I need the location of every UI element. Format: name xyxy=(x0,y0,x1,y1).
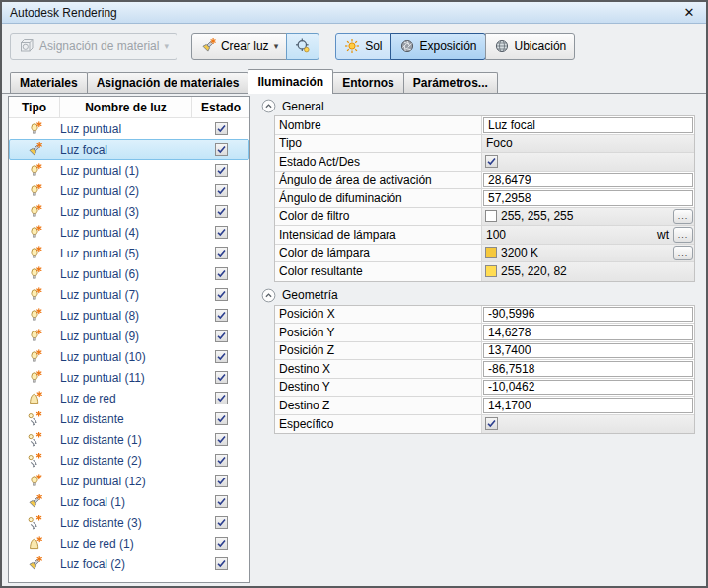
state-checkbox[interactable] xyxy=(215,557,228,570)
property-value-cell[interactable]: -86,7518 xyxy=(482,360,694,378)
property-value-cell[interactable]: 14,1700 xyxy=(482,397,694,414)
state-checkbox[interactable] xyxy=(215,247,228,259)
tab-entornos[interactable]: Entornos xyxy=(332,72,404,93)
state-checkbox[interactable] xyxy=(215,205,228,218)
tab-materiales[interactable]: Materiales xyxy=(10,72,88,93)
light-name[interactable]: Luz puntual (2) xyxy=(60,184,192,198)
light-row[interactable]: Luz puntual (7) xyxy=(9,284,249,305)
column-header-nombre[interactable]: Nombre de luz xyxy=(60,97,192,117)
light-row[interactable]: Luz puntual (8) xyxy=(9,305,249,326)
color-swatch[interactable] xyxy=(485,210,497,222)
ellipsis-button[interactable]: ... xyxy=(673,209,693,225)
light-row[interactable]: Luz puntual (9) xyxy=(9,326,249,346)
light-name[interactable]: Luz puntual (10) xyxy=(60,350,192,364)
color-swatch[interactable] xyxy=(485,247,497,258)
light-row[interactable]: Luz puntual (10) xyxy=(9,346,249,367)
collapse-button[interactable] xyxy=(261,99,276,113)
state-checkbox[interactable] xyxy=(215,392,228,404)
point-target-button[interactable] xyxy=(286,33,319,60)
sun-button[interactable]: Sol xyxy=(335,33,390,60)
state-checkbox[interactable] xyxy=(215,412,228,425)
column-header-tipo[interactable]: Tipo xyxy=(9,97,60,117)
light-row[interactable]: Luz distante (3) xyxy=(9,512,249,533)
property-value-cell[interactable]: -90,5996 xyxy=(482,306,694,324)
state-checkbox[interactable] xyxy=(215,226,228,239)
property-value-cell[interactable]: Luz focal xyxy=(482,116,694,134)
state-checkbox[interactable] xyxy=(215,454,228,467)
property-value-cell[interactable]: 13,7400 xyxy=(482,342,694,360)
property-value-cell[interactable]: 57,2958 xyxy=(482,189,694,207)
state-checkbox[interactable] xyxy=(215,433,228,446)
light-name[interactable]: Luz puntual (1) xyxy=(60,164,192,178)
light-row[interactable]: Luz distante xyxy=(9,408,249,429)
tab-parametros[interactable]: Parámetros... xyxy=(403,72,498,93)
light-name[interactable]: Luz focal (2) xyxy=(60,557,192,571)
property-checkbox[interactable] xyxy=(485,155,498,168)
light-name[interactable]: Luz distante xyxy=(60,412,192,426)
close-button[interactable]: ✕ xyxy=(680,5,698,20)
section-header[interactable]: General xyxy=(261,98,699,114)
light-name[interactable]: Luz distante (3) xyxy=(60,516,192,530)
title-bar[interactable]: Autodesk Rendering ✕ xyxy=(2,2,706,24)
light-row[interactable]: Luz focal xyxy=(9,139,249,160)
light-row[interactable]: Luz distante (1) xyxy=(9,429,249,450)
light-name[interactable]: Luz puntual (6) xyxy=(60,267,192,281)
light-row[interactable]: Luz puntual (5) xyxy=(9,243,249,263)
ellipsis-button[interactable]: ... xyxy=(673,227,693,243)
light-row[interactable]: Luz puntual (1) xyxy=(9,160,249,181)
state-checkbox[interactable] xyxy=(215,371,228,384)
property-value-cell[interactable]: 28,6479 xyxy=(482,172,694,189)
state-checkbox[interactable] xyxy=(215,475,228,487)
state-checkbox[interactable] xyxy=(215,164,228,177)
light-row[interactable]: Luz puntual (3) xyxy=(9,201,249,222)
light-row[interactable]: Luz de red xyxy=(9,388,249,408)
light-name[interactable]: Luz puntual xyxy=(60,122,192,136)
light-row[interactable]: Luz focal (2) xyxy=(9,553,249,574)
light-name[interactable]: Luz focal xyxy=(60,143,192,157)
light-name[interactable]: Luz de red xyxy=(60,392,192,405)
light-name[interactable]: Luz puntual (9) xyxy=(60,330,192,343)
create-light-button[interactable]: Crear luz ▾ xyxy=(191,33,287,60)
light-name[interactable]: Luz puntual (11) xyxy=(60,371,192,385)
light-name[interactable]: Luz puntual (8) xyxy=(60,309,192,323)
light-row[interactable]: Luz puntual (6) xyxy=(9,263,249,284)
light-name[interactable]: Luz focal (1) xyxy=(60,495,192,509)
tab-asignacion-de-materiales[interactable]: Asignación de materiales xyxy=(87,72,249,93)
property-input[interactable]: 14,1700 xyxy=(483,398,693,413)
property-value-cell[interactable]: 14,6278 xyxy=(482,324,694,341)
light-row[interactable]: Luz puntual (12) xyxy=(9,471,249,491)
property-value-cell[interactable]: -10,0462 xyxy=(482,379,694,397)
state-checkbox[interactable] xyxy=(215,122,228,135)
light-name[interactable]: Luz puntual (7) xyxy=(60,288,192,302)
state-checkbox[interactable] xyxy=(215,143,228,156)
light-row[interactable]: Luz puntual (2) xyxy=(9,181,249,201)
light-name[interactable]: Luz puntual (3) xyxy=(60,205,192,219)
property-input[interactable]: -10,0462 xyxy=(483,380,693,396)
light-name[interactable]: Luz puntual (4) xyxy=(60,226,192,240)
light-row[interactable]: Luz focal (1) xyxy=(9,491,249,512)
light-row[interactable]: Luz puntual (11) xyxy=(9,367,249,388)
color-swatch[interactable] xyxy=(485,265,497,277)
property-input[interactable]: -90,5996 xyxy=(483,307,693,323)
collapse-button[interactable] xyxy=(261,288,276,303)
state-checkbox[interactable] xyxy=(215,516,228,529)
property-input[interactable]: -86,7518 xyxy=(483,361,693,377)
light-row[interactable]: Luz puntual (4) xyxy=(9,222,249,243)
column-header-estado[interactable]: Estado xyxy=(192,97,249,117)
light-name[interactable]: Luz puntual (12) xyxy=(60,475,192,488)
state-checkbox[interactable] xyxy=(215,288,228,301)
location-button[interactable]: Ubicación xyxy=(485,33,576,60)
light-name[interactable]: Luz distante (1) xyxy=(60,433,192,447)
state-checkbox[interactable] xyxy=(215,537,228,550)
light-name[interactable]: Luz distante (2) xyxy=(60,454,192,468)
state-checkbox[interactable] xyxy=(215,350,228,363)
section-header[interactable]: Geometría xyxy=(261,287,699,304)
property-input[interactable]: 57,2958 xyxy=(483,190,693,206)
state-checkbox[interactable] xyxy=(215,330,228,342)
property-checkbox[interactable] xyxy=(485,417,498,430)
tab-iluminacion[interactable]: Iluminación xyxy=(248,69,333,94)
light-name[interactable]: Luz de red (1) xyxy=(60,537,192,551)
light-name[interactable]: Luz puntual (5) xyxy=(60,247,192,260)
property-input[interactable]: 13,7400 xyxy=(483,343,693,359)
light-row[interactable]: Luz de red (1) xyxy=(9,533,249,553)
